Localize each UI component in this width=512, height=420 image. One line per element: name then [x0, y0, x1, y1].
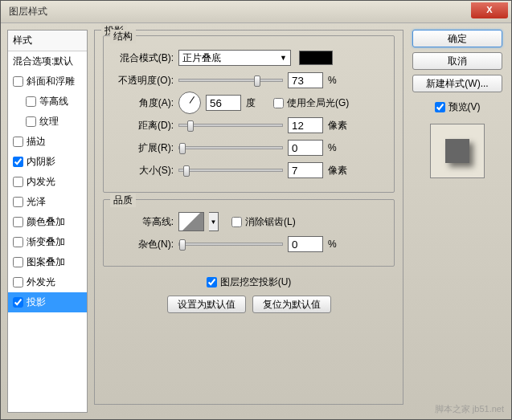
- style-checkbox[interactable]: [26, 96, 36, 107]
- shadow-color-swatch[interactable]: [299, 51, 333, 65]
- antialias-checkbox[interactable]: [231, 217, 242, 227]
- noise-label: 杂色(N):: [113, 238, 174, 251]
- spread-label: 扩展(R):: [113, 141, 174, 155]
- style-item-1[interactable]: 等高线: [8, 92, 87, 112]
- style-checkbox[interactable]: [26, 116, 36, 127]
- style-checkbox[interactable]: [13, 257, 23, 267]
- distance-label: 距离(D):: [113, 119, 174, 133]
- style-label: 光泽: [27, 195, 46, 209]
- distance-slider[interactable]: [178, 124, 283, 127]
- style-checkbox[interactable]: [13, 157, 23, 167]
- contour-label: 等高线:: [113, 215, 174, 229]
- structure-group: 结构 混合模式(B): 正片叠底 ▼ 不透明度(O): %: [103, 35, 395, 193]
- spread-unit: %: [328, 142, 350, 153]
- angle-unit: 度: [246, 96, 268, 110]
- preview-checkbox-row[interactable]: 预览(V): [435, 100, 481, 114]
- size-row: 大小(S): 像素: [113, 161, 384, 179]
- style-item-5[interactable]: 内发光: [8, 172, 87, 192]
- style-item-8[interactable]: 渐变叠加: [8, 232, 87, 252]
- style-label: 等高线: [39, 95, 68, 108]
- opacity-label: 不透明度(O):: [113, 74, 174, 88]
- right-panel: 确定 取消 新建样式(W)... 预览(V): [410, 30, 505, 413]
- ok-button[interactable]: 确定: [412, 30, 502, 47]
- angle-dial[interactable]: [178, 92, 201, 114]
- contour-picker[interactable]: [178, 212, 204, 231]
- styles-header[interactable]: 样式: [8, 31, 87, 51]
- contour-row: 等高线: ▼ 消除锯齿(L): [113, 213, 384, 230]
- style-item-0[interactable]: 斜面和浮雕: [8, 71, 87, 92]
- preview-label: 预览(V): [449, 100, 481, 114]
- layer-style-dialog: 图层样式 X 样式 混合选项:默认 斜面和浮雕等高线纹理描边内阴影内发光光泽颜色…: [0, 0, 512, 420]
- style-label: 纹理: [39, 115, 59, 128]
- style-item-10[interactable]: 外发光: [8, 272, 87, 292]
- noise-unit: %: [328, 239, 350, 250]
- new-style-button[interactable]: 新建样式(W)...: [412, 75, 502, 92]
- style-label: 描边: [27, 135, 46, 149]
- distance-unit: 像素: [328, 119, 350, 133]
- knockout-checkbox-row[interactable]: 图层挖空投影(U): [207, 275, 292, 289]
- opacity-unit: %: [328, 75, 350, 86]
- style-item-7[interactable]: 颜色叠加: [8, 212, 87, 232]
- style-item-3[interactable]: 描边: [8, 132, 87, 152]
- style-checkbox[interactable]: [13, 217, 23, 227]
- titlebar[interactable]: 图层样式 X: [1, 1, 511, 23]
- style-label: 外发光: [27, 275, 55, 289]
- global-light-checkbox[interactable]: [273, 98, 284, 108]
- opacity-input[interactable]: [288, 72, 323, 88]
- style-checkbox[interactable]: [13, 297, 23, 308]
- spread-slider[interactable]: [178, 146, 283, 149]
- global-light-label: 使用全局光(G): [287, 96, 349, 110]
- blend-mode-dropdown[interactable]: 正片叠底 ▼: [178, 50, 291, 66]
- style-checkbox[interactable]: [13, 137, 23, 147]
- blend-mode-label: 混合模式(B):: [113, 51, 174, 65]
- cancel-button[interactable]: 取消: [412, 52, 502, 70]
- preview-checkbox[interactable]: [435, 102, 445, 112]
- opacity-row: 不透明度(O): %: [113, 71, 384, 89]
- style-item-11[interactable]: 投影: [8, 292, 87, 312]
- preview-shadow-icon: [445, 139, 469, 163]
- reset-default-button[interactable]: 复位为默认值: [252, 296, 331, 313]
- structure-legend: 结构: [110, 30, 136, 43]
- distance-input[interactable]: [288, 117, 323, 133]
- preview-thumbnail: [430, 124, 485, 178]
- noise-row: 杂色(N): %: [113, 235, 384, 253]
- knockout-label: 图层挖空投影(U): [220, 275, 292, 289]
- angle-input[interactable]: [206, 95, 241, 111]
- angle-row: 角度(A): 度 使用全局光(G): [113, 94, 384, 112]
- style-label: 颜色叠加: [27, 215, 65, 229]
- style-item-9[interactable]: 图案叠加: [8, 252, 87, 272]
- style-checkbox[interactable]: [13, 237, 23, 247]
- opacity-slider[interactable]: [178, 79, 283, 82]
- knockout-row: 图层挖空投影(U): [103, 273, 395, 291]
- default-buttons-row: 设置为默认值 复位为默认值: [103, 296, 395, 313]
- size-slider[interactable]: [178, 169, 283, 172]
- size-unit: 像素: [328, 164, 350, 177]
- style-label: 内阴影: [27, 155, 55, 169]
- blend-mode-row: 混合模式(B): 正片叠底 ▼: [113, 49, 384, 67]
- spread-input[interactable]: [288, 140, 323, 156]
- antialias-checkbox-row[interactable]: 消除锯齿(L): [231, 215, 296, 229]
- global-light-checkbox-row[interactable]: 使用全局光(G): [273, 96, 349, 110]
- size-input[interactable]: [288, 162, 323, 178]
- style-checkbox[interactable]: [13, 277, 23, 287]
- close-button[interactable]: X: [471, 2, 508, 18]
- quality-legend: 品质: [110, 194, 136, 207]
- blending-options-item[interactable]: 混合选项:默认: [8, 51, 87, 71]
- knockout-checkbox[interactable]: [207, 277, 217, 287]
- style-checkbox[interactable]: [13, 177, 23, 187]
- antialias-label: 消除锯齿(L): [245, 215, 296, 229]
- style-item-4[interactable]: 内阴影: [8, 152, 87, 172]
- noise-slider[interactable]: [178, 243, 283, 246]
- watermark: 脚本之家 jb51.net: [435, 403, 504, 415]
- noise-input[interactable]: [288, 236, 323, 252]
- style-checkbox[interactable]: [13, 197, 23, 207]
- style-checkbox[interactable]: [13, 76, 23, 87]
- style-item-6[interactable]: 光泽: [8, 192, 87, 212]
- contour-dropdown-arrow[interactable]: ▼: [209, 212, 219, 231]
- style-item-2[interactable]: 纹理: [8, 112, 87, 132]
- make-default-button[interactable]: 设置为默认值: [167, 296, 246, 313]
- style-label: 斜面和浮雕: [27, 75, 75, 88]
- quality-group: 品质 等高线: ▼ 消除锯齿(L) 杂色(N):: [103, 199, 395, 267]
- chevron-down-icon: ▼: [280, 54, 287, 62]
- style-label: 内发光: [27, 175, 55, 189]
